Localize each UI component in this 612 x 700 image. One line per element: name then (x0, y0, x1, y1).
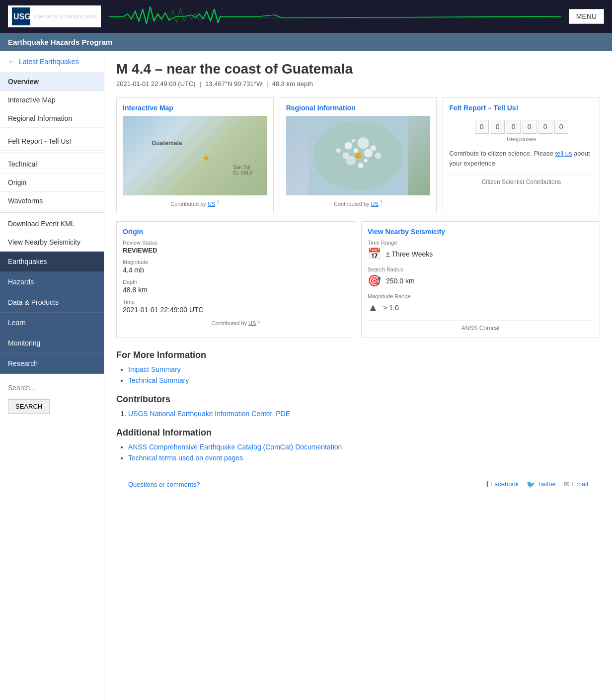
sidebar-divider-3 (0, 212, 104, 213)
depth-label: Depth (123, 279, 349, 285)
magnitude-field: Magnitude 4.4 mb (123, 259, 349, 274)
magnitude-range-field: Magnitude Range ▲ ≥ 1.0 (368, 293, 594, 314)
svg-point-11 (346, 156, 356, 166)
event-depth: 48.8 km depth (272, 80, 313, 88)
contributor-item-1: USGS National Earthquake Information Cen… (128, 410, 600, 418)
svg-point-12 (364, 159, 368, 163)
contributors-list: USGS National Earthquake Information Cen… (128, 410, 600, 418)
origin-contributed: Contributed by US.1 (123, 319, 349, 326)
twitter-label: Twitter (537, 480, 556, 488)
depth-value: 48.8 km (123, 286, 349, 294)
origin-link[interactable]: Origin (123, 228, 349, 236)
interactive-map-link[interactable]: Interactive Map (123, 104, 267, 112)
sidebar-item-overview[interactable]: Overview (0, 73, 104, 91)
comcat-doc-link[interactable]: ANSS Comprehensive Earthquake Catalog (C… (128, 443, 342, 451)
felt-num-5: 0 (538, 120, 552, 134)
sidebar-item-technical[interactable]: Technical (0, 155, 104, 174)
back-label: Latest Earthquakes (19, 58, 79, 66)
review-status-value: REVIEWED (123, 247, 349, 254)
origin-contributor-link[interactable]: US (248, 320, 256, 326)
review-status-field: Review Status REVIEWED (123, 240, 349, 254)
regional-contributor-link[interactable]: US (371, 201, 379, 207)
footer-social: f Facebook 🐦 Twitter ✉ Email (486, 480, 588, 488)
search-area: SEARCH (0, 374, 104, 422)
footer-links: Questions or comments? f Facebook 🐦 Twit… (116, 472, 600, 496)
additional-info-item-2: Technical terms used on event pages (128, 454, 600, 462)
main-nav-earthquakes[interactable]: Earthquakes (0, 252, 104, 272)
regional-info-link[interactable]: Regional Information (286, 104, 431, 112)
felt-report-link[interactable]: Felt Report – Tell Us! (449, 104, 594, 112)
svg-point-10 (370, 145, 376, 151)
map-image: Guatemala ★ San SalEL SALV (123, 116, 267, 195)
main-nav-monitoring[interactable]: Monitoring (0, 333, 104, 353)
header-wave (109, 4, 561, 29)
logo-area: USGS science for a changing world (8, 5, 101, 27)
sidebar-item-waveforms[interactable]: Waveforms (0, 192, 104, 210)
search-input[interactable] (8, 382, 96, 394)
search-radius-field: Search Radius 🎯 250.0 km (368, 266, 594, 287)
sidebar-divider-2 (0, 153, 104, 153)
usgs-logo: USGS science for a changing world (8, 5, 101, 27)
felt-num-6: 0 (554, 120, 568, 134)
sidebar-item-felt-report[interactable]: Felt Report - Tell Us! (0, 132, 104, 151)
sidebar-item-download-kml[interactable]: Download Event KML (0, 215, 104, 233)
facebook-link[interactable]: f Facebook (486, 480, 519, 488)
sidebar-item-nearby-seismicity[interactable]: View Nearby Seismicity (0, 233, 104, 252)
felt-footer: Citizen Scientist Contributions (449, 174, 594, 185)
impact-summary-link[interactable]: Impact Summary (128, 365, 181, 373)
facebook-icon: f (486, 480, 488, 488)
felt-report-card: Felt Report – Tell Us! 0 0 0 0 0 0 Respo… (443, 97, 600, 213)
magnitude-range-value: ≥ 1.0 (383, 304, 399, 312)
main-nav-learn[interactable]: Learn (0, 313, 104, 333)
magnitude-icon: ▲ (368, 301, 379, 314)
back-to-latest[interactable]: ← Latest Earthquakes (0, 51, 104, 73)
interactive-map-preview: Guatemala ★ San SalEL SALV (123, 116, 267, 195)
technical-terms-link[interactable]: Technical terms used on event pages (128, 454, 243, 462)
twitter-link[interactable]: 🐦 Twitter (527, 480, 556, 488)
email-label: Email (572, 480, 588, 488)
email-link[interactable]: ✉ Email (564, 480, 588, 488)
time-range-row: 📅 ± Three Weeks (368, 248, 594, 261)
felt-num-3: 0 (507, 120, 521, 134)
nearby-seismicity-link[interactable]: View Nearby Seismicity (368, 228, 594, 236)
technical-summary-link[interactable]: Technical Summary (128, 376, 189, 384)
map-country-label: Guatemala (152, 140, 182, 147)
interactive-map-contributor-link[interactable]: US (208, 201, 215, 207)
svg-point-7 (353, 148, 358, 153)
contributor-usgs-link[interactable]: USGS National Earthquake Information Cen… (128, 410, 290, 418)
sidebar-divider-1 (0, 130, 104, 130)
usgs-tagline: science for a changing world (34, 14, 97, 19)
main-nav-research[interactable]: Research (0, 353, 104, 374)
additional-info-title: Additional Information (116, 428, 600, 438)
depth-field: Depth 48.8 km (123, 279, 349, 294)
time-range-field: Time Range 📅 ± Three Weeks (368, 240, 594, 261)
sidebar-item-interactive-map[interactable]: Interactive Map (0, 91, 104, 109)
additional-info-item-1: ANSS Comprehensive Earthquake Catalog (C… (128, 443, 600, 451)
main-nav-hazards[interactable]: Hazards (0, 272, 104, 292)
page-layout: ← Latest Earthquakes Overview Interactiv… (0, 51, 612, 700)
tell-us-link[interactable]: tell us (555, 150, 572, 157)
email-icon: ✉ (564, 480, 570, 488)
search-radius-label: Search Radius (368, 266, 594, 272)
svg-point-6 (357, 137, 369, 149)
regional-map-image (286, 116, 431, 195)
felt-description: Contribute to citizen science. Please te… (449, 149, 594, 168)
magnitude-range-row: ▲ ≥ 1.0 (368, 301, 594, 314)
main-nav-data-products[interactable]: Data & Products (0, 292, 104, 313)
back-arrow-icon: ← (8, 57, 16, 66)
sidebar-item-origin[interactable]: Origin (0, 174, 104, 192)
event-datetime: 2021-01-01 22:49:00 (UTC) (116, 80, 196, 88)
time-range-value: ± Three Weeks (386, 250, 433, 258)
menu-button[interactable]: MENU (569, 9, 604, 24)
sidebar-item-regional-information[interactable]: Regional Information (0, 109, 104, 128)
search-button[interactable]: SEARCH (8, 399, 50, 414)
more-info-list: Impact Summary Technical Summary (128, 365, 600, 384)
magnitude-value: 4.4 mb (123, 266, 349, 274)
questions-link[interactable]: Questions or comments? (128, 481, 200, 488)
svg-point-13 (336, 148, 341, 153)
felt-num-1: 0 (475, 120, 489, 134)
page-title: M 4.4 – near the coast of Guatemala (116, 61, 600, 77)
svg-point-15 (358, 163, 364, 169)
event-meta: 2021-01-01 22:49:00 (UTC) | 13.467°N 90.… (116, 80, 600, 88)
meta-sep-2: | (266, 80, 268, 88)
